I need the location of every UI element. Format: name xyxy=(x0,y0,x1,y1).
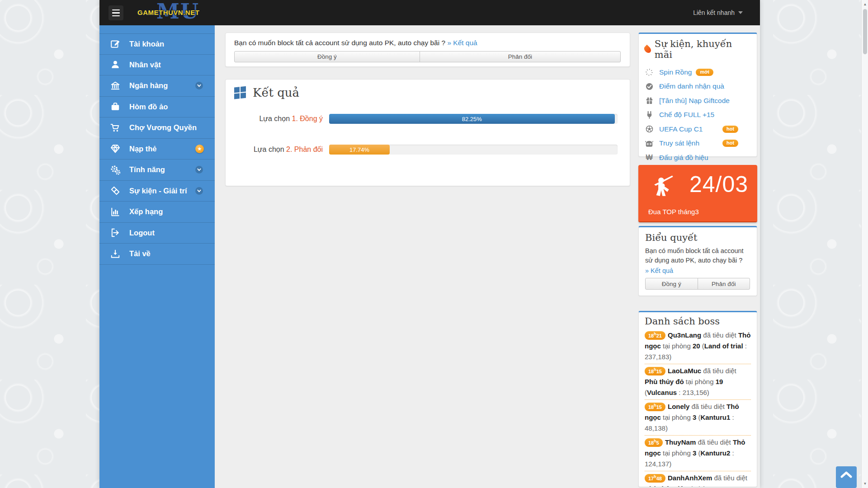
gem-icon xyxy=(110,143,121,154)
banner-date: 24/03 xyxy=(689,171,748,197)
boss-entry: 18h15Lonely đã tiêu diệt Thỏ ngọc tại ph… xyxy=(645,400,751,436)
scroll-to-top-button[interactable] xyxy=(836,466,857,488)
poll-buttons: Đồng ý Phản đối xyxy=(234,51,621,62)
boss-time-badge: 18h15 xyxy=(645,367,665,375)
event-link[interactable]: Điểm danh nhận quà xyxy=(659,82,724,90)
disagree-button[interactable]: Phản đối xyxy=(420,51,621,62)
events-card: Sự kiện, khuyến mãi Spin RồngmớiĐiểm dan… xyxy=(638,33,757,157)
hamburger-menu-icon[interactable] xyxy=(108,5,123,20)
gears-icon xyxy=(110,164,121,175)
sidebar-item-label: Sự kiện - Giải trí xyxy=(129,187,187,195)
scrollbar-down-icon[interactable]: ▼ xyxy=(862,482,868,486)
star-badge: ★ xyxy=(195,145,204,153)
right-column: Sự kiện, khuyến mãi Spin RồngmớiĐiểm dan… xyxy=(638,33,757,487)
sidebar-item-download[interactable]: Tải về xyxy=(99,244,215,265)
vote-result-link[interactable]: » Kết quả xyxy=(645,267,750,274)
result-row-agree: Lựa chọn 1. Đồng ý 82.25% xyxy=(234,114,618,124)
boss-title: Danh sách boss xyxy=(645,316,751,327)
poll-question: Bạn có muốn block tất cả account sử dụng… xyxy=(234,39,445,47)
event-item[interactable]: Spin Rồngmới xyxy=(645,65,751,80)
chevron-down-icon[interactable] xyxy=(195,82,203,89)
boss-time-badge: 18h21 xyxy=(645,331,665,340)
event-item[interactable]: ₩Đấu giá đồ hiệu xyxy=(645,150,751,165)
events-title: Sự kiện, khuyến mãi xyxy=(655,38,751,60)
vote-agree-button[interactable]: Đồng ý xyxy=(645,278,698,290)
sidebar-item-diamonds[interactable]: Sự kiện - Giải trí xyxy=(99,181,215,202)
boss-entry: 18h15LaoLaMuc đã tiêu diệt Phù thủy đỏ t… xyxy=(645,364,751,400)
vote-disagree-button[interactable]: Phản đối xyxy=(698,278,750,290)
vote-card: Biểu quyết Bạn có muốn block tất cả acco… xyxy=(638,226,757,296)
poll-question-text: Bạn có muốn block tất cả account sử dụng… xyxy=(234,39,621,47)
progress-value: 17.74% xyxy=(349,146,369,153)
event-badge: mới xyxy=(696,69,713,76)
sidebar-nav: Tài khoảnNhân vậtNgân hàngHòm đồ ảoChợ V… xyxy=(99,25,215,488)
result-label: Lựa chọn 2. Phản đối xyxy=(234,145,323,154)
sidebar-item-label: Chợ Vương Quyền xyxy=(129,123,197,132)
sidebar-item-label: Hòm đồ ảo xyxy=(129,103,168,111)
event-link[interactable]: [Tân thủ] Nạp Giftcode xyxy=(659,97,730,105)
quick-links-dropdown[interactable]: Liên kết nhanh xyxy=(693,0,743,25)
agree-button[interactable]: Đồng ý xyxy=(234,51,420,62)
chevron-down-icon[interactable] xyxy=(195,166,203,174)
chevron-down-icon xyxy=(738,11,743,14)
windows-icon xyxy=(234,86,246,99)
top-race-banner[interactable]: 24/03 Đua TOP tháng3 xyxy=(638,165,757,222)
scrollbar[interactable]: ▲ ▼ xyxy=(861,0,868,488)
sidebar-item-chart[interactable]: Xếp hạng xyxy=(99,202,215,223)
sidebar-item-gem[interactable]: Nạp thẻ★ xyxy=(99,139,215,160)
user-icon xyxy=(110,59,121,70)
event-item[interactable]: Điểm danh nhận quà xyxy=(645,80,751,94)
event-link[interactable]: Chế độ FULL +15 xyxy=(659,111,714,119)
briefcase-icon xyxy=(110,101,121,112)
warrior-icon xyxy=(650,173,676,199)
top-header: MU GAMETHUVN.NET Liên kết nhanh xyxy=(99,0,760,25)
logout-icon xyxy=(110,227,121,238)
app-container: MU GAMETHUVN.NET Liên kết nhanh Tài khoả… xyxy=(99,0,760,488)
event-item[interactable]: [Tân thủ] Nạp Giftcode xyxy=(645,94,751,108)
results-title-row: Kết quả xyxy=(234,86,299,99)
boss-time-badge: 17h48 xyxy=(645,474,665,483)
scrollbar-up-icon[interactable]: ▲ xyxy=(862,2,868,6)
site-logo[interactable]: MU GAMETHUVN.NET xyxy=(135,0,221,25)
poll-result-link[interactable]: » Kết quả xyxy=(447,39,477,47)
sidebar-item-label: Tính năng xyxy=(129,165,165,174)
event-link[interactable]: Truy sát lệnh xyxy=(659,139,699,147)
main-content: Bạn có muốn block tất cả account sử dụng… xyxy=(215,25,760,488)
events-title-row: Sự kiện, khuyến mãi xyxy=(645,38,751,60)
sidebar-item-logout[interactable]: Logout xyxy=(99,223,215,244)
event-link[interactable]: Spin Rồng xyxy=(659,68,692,76)
sidebar-item-briefcase[interactable]: Hòm đồ ảo xyxy=(99,97,215,118)
boss-list: 18h21Qu3nLang đã tiêu diệt Thỏ ngọc tại … xyxy=(645,328,751,487)
page-background: MU GAMETHUVN.NET Liên kết nhanh Tài khoả… xyxy=(0,0,868,488)
sidebar-item-gears[interactable]: Tính năng xyxy=(99,160,215,181)
event-item[interactable]: Chế độ FULL +15 xyxy=(645,108,751,122)
gift-icon xyxy=(645,97,654,104)
chevron-down-icon[interactable] xyxy=(195,187,203,195)
sidebar-item-label: Nhân vật xyxy=(129,61,161,69)
event-link[interactable]: UEFA Cup C1 xyxy=(659,125,703,133)
boss-list-card: Danh sách boss 18h21Qu3nLang đã tiêu diệ… xyxy=(638,311,757,487)
sidebar-item-bank[interactable]: Ngân hàng xyxy=(99,75,215,97)
event-link[interactable]: Đấu giá đồ hiệu xyxy=(659,154,708,162)
scrollbar-thumb[interactable] xyxy=(863,9,867,54)
sidebar-item-cart[interactable]: Chợ Vương Quyền xyxy=(99,117,215,139)
logo-text: GAMETHUVN.NET xyxy=(137,9,199,16)
sidebar-item-label: Logout xyxy=(129,229,155,237)
flame-icon xyxy=(643,44,652,54)
events-list: Spin RồngmớiĐiểm danh nhận quà[Tân thủ] … xyxy=(645,65,751,165)
edit-icon xyxy=(110,38,121,49)
vote-buttons: Đồng ý Phản đối xyxy=(645,278,750,290)
event-item[interactable]: UEFA Cup C1hot xyxy=(645,122,751,136)
event-badge: hot xyxy=(722,140,738,147)
progress-fill-disagree: 17.74% xyxy=(329,145,390,155)
soccer-ball-icon xyxy=(645,125,654,133)
boss-time-badge: 18h5 xyxy=(645,438,663,447)
event-item[interactable]: Truy sát lệnhhot xyxy=(645,136,751,151)
sidebar-item-edit[interactable]: Tài khoản xyxy=(99,33,215,55)
banner-caption: Đua TOP tháng3 xyxy=(648,208,699,216)
check-circle-icon xyxy=(645,83,654,90)
chevron-up-icon xyxy=(840,471,852,478)
chart-icon xyxy=(110,206,121,217)
sidebar-item-user[interactable]: Nhân vật xyxy=(99,55,215,76)
poll-question-card: Bạn có muốn block tất cả account sử dụng… xyxy=(225,33,630,67)
